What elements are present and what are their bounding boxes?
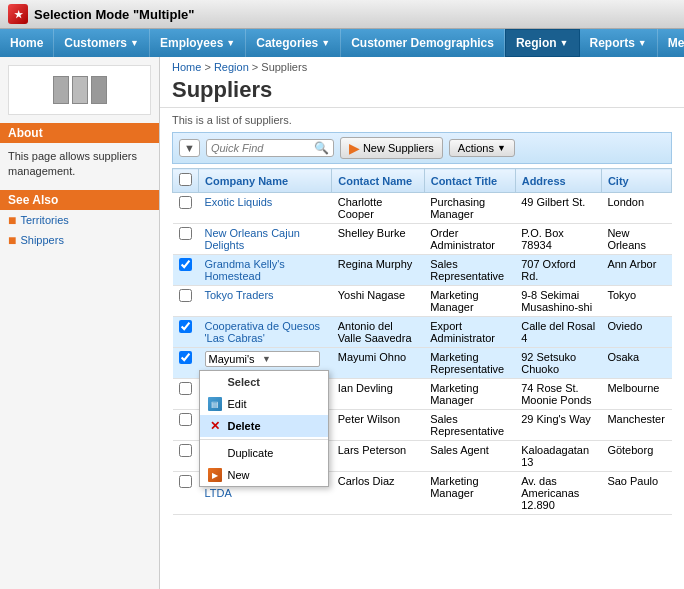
- row-title-cell: Export Administrator: [424, 317, 515, 348]
- new-icon: ▶: [349, 140, 360, 156]
- row-company-cell: Grandma Kelly's Homestead: [199, 255, 332, 286]
- row-checkbox-cell: [173, 410, 199, 441]
- logo-rect-3: [91, 76, 107, 104]
- sidebar-logo: [8, 65, 151, 115]
- row-address-cell: 49 Gilbert St.: [515, 193, 601, 224]
- row-address-cell: 29 King's Way: [515, 410, 601, 441]
- row-title-cell: Marketing Representative: [424, 348, 515, 379]
- ctx-edit[interactable]: ▤ Edit: [200, 393, 328, 415]
- row-company-cell: Mayumi's ▼ Select ▤ Edit ✕ Delete: [199, 348, 332, 379]
- th-title[interactable]: Contact Title: [424, 169, 515, 193]
- row-checkbox[interactable]: [179, 258, 192, 271]
- row-contact-cell: Shelley Burke: [332, 224, 424, 255]
- row-title-cell: Sales Agent: [424, 441, 515, 472]
- sidebar-link-shippers[interactable]: ■ Shippers: [0, 230, 159, 250]
- row-address-cell: Av. das Americanas 12.890: [515, 472, 601, 515]
- table-row: New Orleans Cajun Delights Shelley Burke…: [173, 224, 672, 255]
- row-company-cell: New Orleans Cajun Delights: [199, 224, 332, 255]
- company-link[interactable]: Grandma Kelly's Homestead: [205, 258, 285, 282]
- actions-button[interactable]: Actions ▼: [449, 139, 515, 157]
- bullet-territories: ■: [8, 212, 16, 228]
- page-title: Suppliers: [160, 77, 684, 108]
- row-checkbox-cell: [173, 348, 199, 379]
- table-row: Mayumi's ▼ Select ▤ Edit ✕ Delete: [173, 348, 672, 379]
- row-checkbox[interactable]: [179, 382, 192, 395]
- bullet-shippers: ■: [8, 232, 16, 248]
- toolbar: ▼ 🔍 ▶ New Suppliers Actions ▼: [172, 132, 672, 164]
- row-checkbox[interactable]: [179, 351, 192, 364]
- th-address[interactable]: Address: [515, 169, 601, 193]
- row-city-cell: Ann Arbor: [601, 255, 671, 286]
- row-checkbox-cell: [173, 193, 199, 224]
- table-row: Tokyo Traders Yoshi Nagase Marketing Man…: [173, 286, 672, 317]
- row-contact-cell: Carlos Diaz: [332, 472, 424, 515]
- sidebar-link-territories[interactable]: ■ Territories: [0, 210, 159, 230]
- nav-bar: Home Customers ▼ Employees ▼ Categories …: [0, 29, 684, 57]
- select-icon: [208, 375, 222, 389]
- th-city[interactable]: City: [601, 169, 671, 193]
- row-city-cell: Manchester: [601, 410, 671, 441]
- row-title-cell: Marketing Manager: [424, 286, 515, 317]
- row-city-cell: Göteborg: [601, 441, 671, 472]
- row-contact-cell: Peter Wilson: [332, 410, 424, 441]
- row-contact-cell: Charlotte Cooper: [332, 193, 424, 224]
- logo-rect-2: [72, 76, 88, 104]
- new-suppliers-button[interactable]: ▶ New Suppliers: [340, 137, 443, 159]
- new-icon: ▶: [208, 468, 222, 482]
- table-row: Grandma Kelly's Homestead Regina Murphy …: [173, 255, 672, 286]
- row-checkbox-cell: [173, 286, 199, 317]
- sidebar-about-text: This page allows suppliers management.: [0, 143, 159, 186]
- row-checkbox[interactable]: [179, 444, 192, 457]
- ctx-new[interactable]: ▶ New: [200, 464, 328, 486]
- company-link[interactable]: Cooperativa de Quesos 'Las Cabras': [205, 320, 321, 344]
- filter-button[interactable]: ▼: [179, 139, 200, 157]
- nav-item-home[interactable]: Home: [0, 29, 54, 57]
- row-contact-cell: Yoshi Nagase: [332, 286, 424, 317]
- reports-arrow: ▼: [638, 38, 647, 48]
- breadcrumb-region[interactable]: Region: [214, 61, 249, 73]
- nav-item-reports[interactable]: Reports ▼: [580, 29, 658, 57]
- region-arrow: ▼: [560, 38, 569, 48]
- sidebar-about-header: About: [0, 123, 159, 143]
- table-wrap: Company Name Contact Name Contact Title …: [172, 168, 672, 589]
- row-checkbox[interactable]: [179, 413, 192, 426]
- row-checkbox[interactable]: [179, 475, 192, 488]
- nav-item-customers[interactable]: Customers ▼: [54, 29, 150, 57]
- edit-icon: ▤: [208, 397, 222, 411]
- nav-item-region[interactable]: Region ▼: [505, 29, 580, 57]
- breadcrumb-home[interactable]: Home: [172, 61, 201, 73]
- nav-item-employees[interactable]: Employees ▼: [150, 29, 246, 57]
- th-company[interactable]: Company Name: [199, 169, 332, 193]
- logo-rect-1: [53, 76, 69, 104]
- row-checkbox[interactable]: [179, 289, 192, 302]
- row-title-cell: Sales Representative: [424, 410, 515, 441]
- ctx-duplicate[interactable]: Duplicate: [200, 442, 328, 464]
- ctx-delete[interactable]: ✕ Delete: [200, 415, 328, 437]
- nav-item-membership[interactable]: Membership: [658, 29, 684, 57]
- nav-item-categories[interactable]: Categories ▼: [246, 29, 341, 57]
- nav-item-customer-demographics[interactable]: Customer Demographics: [341, 29, 505, 57]
- context-menu: Select ▤ Edit ✕ Delete Duplicate: [199, 370, 329, 487]
- company-link[interactable]: New Orleans Cajun Delights: [205, 227, 300, 251]
- row-company-cell: Exotic Liquids: [199, 193, 332, 224]
- company-dropdown[interactable]: Mayumi's ▼: [205, 351, 320, 367]
- sidebar-see-also-header: See Also: [0, 190, 159, 210]
- th-contact[interactable]: Contact Name: [332, 169, 424, 193]
- row-checkbox[interactable]: [179, 196, 192, 209]
- company-link[interactable]: Tokyo Traders: [205, 289, 274, 301]
- search-icon[interactable]: 🔍: [314, 141, 329, 155]
- ctx-select[interactable]: Select: [200, 371, 328, 393]
- company-link[interactable]: Exotic Liquids: [205, 196, 273, 208]
- customers-arrow: ▼: [130, 38, 139, 48]
- row-title-cell: Marketing Manager: [424, 472, 515, 515]
- row-checkbox-cell: [173, 317, 199, 348]
- row-title-cell: Marketing Manager: [424, 379, 515, 410]
- suppliers-table: Company Name Contact Name Contact Title …: [172, 168, 672, 515]
- select-all-checkbox[interactable]: [179, 173, 192, 186]
- search-input[interactable]: [211, 142, 311, 154]
- row-contact-cell: Lars Peterson: [332, 441, 424, 472]
- row-city-cell: New Orleans: [601, 224, 671, 255]
- row-checkbox[interactable]: [179, 320, 192, 333]
- row-checkbox[interactable]: [179, 227, 192, 240]
- row-company-cell: Tokyo Traders: [199, 286, 332, 317]
